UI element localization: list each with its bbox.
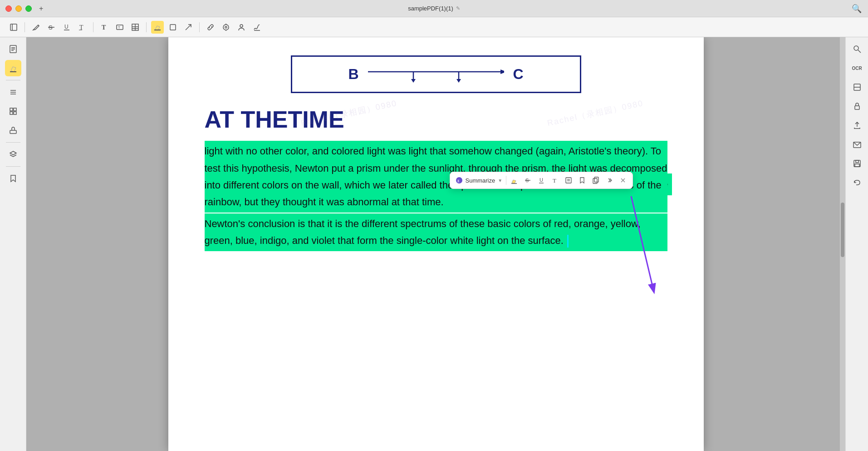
summarize-label: Summarize — [466, 177, 495, 184]
textbox-tool-btn[interactable]: T — [113, 21, 126, 34]
sidebar-grid-btn[interactable] — [5, 103, 21, 119]
right-undo-btn[interactable] — [849, 174, 865, 191]
ctx-text-icon: T — [551, 177, 559, 184]
ctx-close-btn[interactable] — [617, 174, 629, 186]
svg-point-60 — [854, 46, 858, 50]
ctx-strikethrough-btn[interactable]: S — [522, 174, 534, 186]
sidebar-layers-btn[interactable] — [5, 146, 21, 163]
sidebar-sep-3 — [6, 166, 20, 167]
lock-icon — [853, 102, 862, 111]
right-search-btn[interactable] — [849, 41, 865, 57]
scrollbar-track[interactable] — [840, 37, 845, 451]
sidebar-sep-1 — [6, 80, 20, 80]
app-layout: Rachel（录相园）0980 Rachel（录相园）0980 Rachel（录… — [0, 37, 868, 451]
main-toolbar: S U T T T — [0, 17, 868, 37]
link-tool-btn[interactable] — [204, 21, 217, 34]
ctx-note-btn[interactable] — [563, 174, 574, 186]
traffic-lights — [5, 5, 32, 12]
target-tool-btn[interactable] — [220, 21, 232, 34]
right-scan-btn[interactable] — [849, 79, 865, 95]
sidebar-highlight-btn[interactable] — [5, 60, 21, 76]
sidebar-list-btn[interactable] — [5, 84, 21, 100]
titlebar: samplePDF(1)(1) ✎ + 🔍 — [0, 0, 868, 17]
svg-rect-64 — [855, 106, 859, 109]
svg-point-19 — [225, 26, 227, 28]
underline-tool-btn[interactable]: U — [60, 21, 73, 34]
sidebar-stamp-btn[interactable] — [5, 122, 21, 139]
sign-tool-btn[interactable] — [250, 21, 263, 34]
toolbar-sep-2 — [93, 22, 93, 32]
svg-rect-56 — [593, 178, 597, 183]
right-mail-btn[interactable] — [849, 136, 865, 153]
main-content: Rachel（录相园）0980 Rachel（录相园）0980 Rachel（录… — [26, 37, 845, 451]
arrow-tool-btn[interactable] — [182, 21, 195, 34]
edit-title-icon[interactable]: ✎ — [456, 5, 460, 11]
ctx-highlight-icon — [510, 177, 518, 184]
ctx-bookmark-icon — [579, 177, 586, 184]
undo-icon — [853, 178, 862, 187]
svg-line-61 — [858, 50, 861, 53]
svg-marker-41 — [411, 79, 416, 83]
ctx-highlight-btn[interactable] — [508, 174, 520, 186]
diagram-left-label: B — [348, 66, 358, 83]
maximize-button[interactable] — [25, 5, 32, 12]
minimize-button[interactable] — [15, 5, 22, 12]
sidebar-pages-btn[interactable] — [5, 41, 21, 57]
new-tab-button[interactable]: + — [39, 5, 43, 13]
sidebar-sep-2 — [6, 142, 20, 143]
summarize-chevron: ▼ — [498, 178, 502, 183]
table-tool-btn[interactable] — [129, 21, 142, 34]
mail-icon — [853, 140, 862, 149]
svg-rect-36 — [10, 130, 16, 134]
svg-rect-34 — [10, 112, 13, 114]
diagram-area: B C — [205, 55, 667, 93]
search-icon — [853, 45, 862, 54]
person-tool-btn[interactable] — [235, 21, 248, 34]
save-icon — [853, 159, 862, 168]
svg-rect-68 — [855, 164, 859, 167]
scrollbar-thumb[interactable] — [841, 203, 844, 257]
text-tool-btn[interactable]: T — [76, 21, 88, 34]
ctx-note-icon — [565, 177, 572, 184]
highlight-tool-btn[interactable] — [151, 21, 164, 34]
ctx-underline-btn[interactable]: U — [535, 174, 547, 186]
svg-marker-39 — [500, 69, 504, 74]
svg-marker-43 — [456, 79, 461, 83]
section-title: AT THETIME — [205, 107, 667, 133]
strikethrough-tool-btn[interactable]: S — [45, 21, 58, 34]
left-sidebar — [0, 37, 26, 451]
right-export-btn[interactable] — [849, 117, 865, 134]
summarize-button[interactable]: Σ Summarize ▼ — [454, 176, 507, 185]
right-protect-btn[interactable] — [849, 98, 865, 114]
paragraph-2: Newton's conclusion is that it is the di… — [205, 213, 667, 251]
cyan-cursor — [567, 235, 569, 248]
sidebar-bookmark-btn[interactable] — [5, 170, 21, 187]
close-button[interactable] — [5, 5, 12, 12]
summarize-icon: Σ — [456, 177, 463, 184]
ctx-copy-btn[interactable] — [590, 174, 602, 186]
svg-point-18 — [223, 25, 229, 30]
right-ocr-btn[interactable]: OCR — [849, 60, 865, 76]
svg-line-17 — [186, 25, 191, 30]
svg-rect-0 — [10, 24, 17, 30]
svg-point-22 — [240, 25, 243, 27]
bold-text-tool-btn[interactable]: T — [98, 21, 111, 34]
shape-tool-btn[interactable] — [167, 21, 179, 34]
scan-icon — [853, 83, 862, 92]
svg-rect-32 — [10, 108, 13, 111]
annotate-tool-btn[interactable] — [29, 21, 42, 34]
titlebar-search-icon[interactable]: 🔍 — [852, 4, 862, 14]
svg-rect-35 — [14, 112, 16, 114]
ctx-bookmark-btn[interactable] — [576, 174, 588, 186]
ctx-close-icon — [620, 177, 626, 183]
svg-text:T: T — [553, 177, 556, 184]
ctx-more-btn[interactable] — [603, 174, 615, 186]
ctx-text-btn[interactable]: T — [549, 174, 561, 186]
upload-icon — [853, 121, 862, 130]
pages-tool-btn[interactable] — [7, 21, 20, 34]
ctx-more-icon — [606, 177, 613, 184]
ocr-icon: OCR — [852, 66, 862, 71]
context-toolbar: Σ Summarize ▼ S — [450, 172, 633, 189]
right-save-btn[interactable] — [849, 155, 865, 172]
svg-text:U: U — [539, 177, 543, 183]
